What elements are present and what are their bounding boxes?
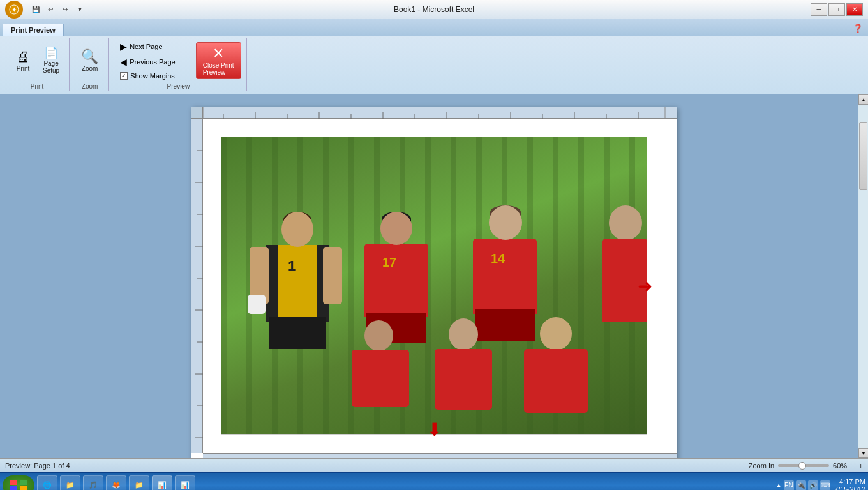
zoom-in-label: Zoom In xyxy=(749,462,774,470)
tray-icons: ▲ EN 🔌 🔊 ⌨ xyxy=(775,480,830,491)
scroll-thumb[interactable] xyxy=(859,122,867,191)
start-button[interactable] xyxy=(3,475,34,491)
office-button[interactable]: ✦ xyxy=(5,1,23,19)
pfc-head xyxy=(449,318,478,350)
page-setup-label: PageSetup xyxy=(43,60,59,74)
scroll-down-button[interactable]: ▼ xyxy=(858,448,868,458)
zoom-in-icon[interactable]: + xyxy=(859,462,863,470)
soccer-photo: 1 17 xyxy=(221,137,647,435)
lang-label: EN xyxy=(784,482,793,489)
p3-head xyxy=(489,205,522,240)
taskbar-media[interactable]: 🎵 xyxy=(83,475,103,491)
minimize-button[interactable]: ─ xyxy=(811,3,827,16)
zoom-percent: 60% xyxy=(833,462,847,470)
preview-group-buttons: ▶ Next Page ◀ Previous Page ✓ Show Margi… xyxy=(116,40,241,82)
grass-bg: 1 17 xyxy=(221,137,647,435)
ribbon-group-preview: ▶ Next Page ◀ Previous Page ✓ Show Margi… xyxy=(110,38,246,91)
tray-battery: ⌨ xyxy=(820,480,830,491)
status-right: Zoom In 60% − + xyxy=(749,462,863,470)
pfar-head xyxy=(609,205,642,241)
gk-head xyxy=(281,212,313,247)
clock-time: 4:17 PM xyxy=(834,478,865,486)
tray-up-arrow[interactable]: ▲ xyxy=(775,482,782,489)
show-margins-button[interactable]: ✓ Show Margins xyxy=(116,70,180,82)
zoom-group-buttons: 🔍 Zoom xyxy=(77,40,103,82)
ribbon-group-print: 🖨 Print 📄 PageSetup Print xyxy=(5,38,70,91)
next-page-button[interactable]: ▶ Next Page xyxy=(116,40,180,54)
margin-arrow-bottom[interactable]: ⬇ xyxy=(427,419,442,440)
p2-jersey: 17 xyxy=(364,244,428,317)
pfc-jersey xyxy=(435,349,492,410)
maximize-button[interactable]: □ xyxy=(828,3,845,16)
close-button[interactable]: ✕ xyxy=(846,3,863,16)
prev-page-label: Previous Page xyxy=(130,58,176,66)
navigation-buttons: ▶ Next Page ◀ Previous Page ✓ Show Margi… xyxy=(116,40,180,82)
more-quick-btn[interactable]: ▼ xyxy=(73,3,86,16)
zoom-slider[interactable] xyxy=(778,464,829,467)
vertical-ruler xyxy=(191,119,203,453)
title-bar-left: ✦ 💾 ↩ ↪ ▼ xyxy=(5,1,86,19)
window-controls: ─ □ ✕ xyxy=(811,3,863,16)
show-margins-label: Show Margins xyxy=(130,72,175,80)
status-bar: Preview: Page 1 of 4 Zoom In 60% − + xyxy=(0,458,868,472)
page-setup-icon: 📄 xyxy=(44,47,58,59)
margin-arrow-right[interactable]: ➜ xyxy=(638,276,652,297)
print-button[interactable]: 🖨 Print xyxy=(10,47,36,75)
prev-page-icon: ◀ xyxy=(120,57,127,67)
print-group-label: Print xyxy=(31,83,44,90)
show-margins-checkbox[interactable]: ✓ xyxy=(120,72,128,80)
window-title: Book1 - Microsoft Excel xyxy=(394,5,474,14)
svg-rect-36 xyxy=(20,486,27,491)
next-page-label: Next Page xyxy=(130,43,162,50)
redo-quick-btn[interactable]: ↪ xyxy=(59,3,71,16)
player-front-center xyxy=(431,318,495,417)
p2-head xyxy=(380,212,412,245)
ribbon-help-icon[interactable]: ❓ xyxy=(850,21,865,36)
undo-quick-btn[interactable]: ↩ xyxy=(44,3,57,16)
taskbar-ie[interactable]: 🌐 xyxy=(37,475,57,491)
scroll-up-button[interactable]: ▲ xyxy=(858,94,868,105)
svg-rect-35 xyxy=(10,486,17,491)
zoom-thumb[interactable] xyxy=(798,462,806,470)
ribbon: Print Preview ❓ 🖨 Print 📄 PageSetup Prin… xyxy=(0,19,868,94)
scroll-track xyxy=(858,105,868,448)
svg-text:✦: ✦ xyxy=(11,6,17,13)
taskbar-excel[interactable]: 📊 xyxy=(152,475,172,491)
gk-jersey: 1 xyxy=(266,245,329,322)
pfr-jersey xyxy=(524,349,588,413)
ruler-v-svg xyxy=(191,119,203,453)
p3-number: 14 xyxy=(491,251,505,266)
tray-lang: EN xyxy=(784,480,794,491)
taskbar-folder2[interactable]: 📁 xyxy=(129,475,149,491)
print-label: Print xyxy=(17,65,30,72)
p3-jersey: 14 xyxy=(473,239,537,314)
ruler-corner xyxy=(191,107,203,119)
zoom-button[interactable]: 🔍 Zoom xyxy=(77,47,103,75)
previous-page-button[interactable]: ◀ Previous Page xyxy=(116,55,180,69)
tray-network: 🔌 xyxy=(796,480,806,491)
system-clock: 4:17 PM 7/15/2012 xyxy=(834,478,865,491)
taskbar-excel2[interactable]: 📊 xyxy=(175,475,195,491)
tray-sound: 🔊 xyxy=(808,480,818,491)
gk-glove-l xyxy=(248,295,266,314)
title-bar: ✦ 💾 ↩ ↪ ▼ Book1 - Microsoft Excel ─ □ ✕ xyxy=(0,0,868,19)
next-page-icon: ▶ xyxy=(120,41,127,52)
gk-number: 1 xyxy=(288,258,296,274)
taskbar: 🌐 📁 🎵 🦊 📁 📊 📊 ▲ EN 🔌 🔊 ⌨ xyxy=(0,472,868,490)
taskbar-explorer[interactable]: 📁 xyxy=(60,475,80,491)
player-front-left xyxy=(348,320,412,416)
taskbar-firefox[interactable]: 🦊 xyxy=(106,475,126,491)
main-preview-area: 1 17 xyxy=(0,94,868,458)
close-preview-button[interactable]: ✕ Close PrintPreview xyxy=(196,42,241,79)
tab-print-preview[interactable]: Print Preview xyxy=(3,24,64,36)
save-quick-btn[interactable]: 💾 xyxy=(29,3,42,16)
ribbon-content: 🖨 Print 📄 PageSetup Print 🔍 Zoom Zoom xyxy=(0,36,868,94)
close-preview-icon: ✕ xyxy=(213,45,224,62)
preview-group-label: Preview xyxy=(167,83,190,90)
bottom-ruler xyxy=(203,453,677,458)
page-setup-button[interactable]: 📄 PageSetup xyxy=(38,44,64,77)
ie-icon: 🌐 xyxy=(43,481,52,489)
firefox-icon: 🦊 xyxy=(112,481,121,489)
taskbar-left: 🌐 📁 🎵 🦊 📁 📊 📊 xyxy=(3,475,195,491)
page-preview: 1 17 xyxy=(191,107,677,458)
